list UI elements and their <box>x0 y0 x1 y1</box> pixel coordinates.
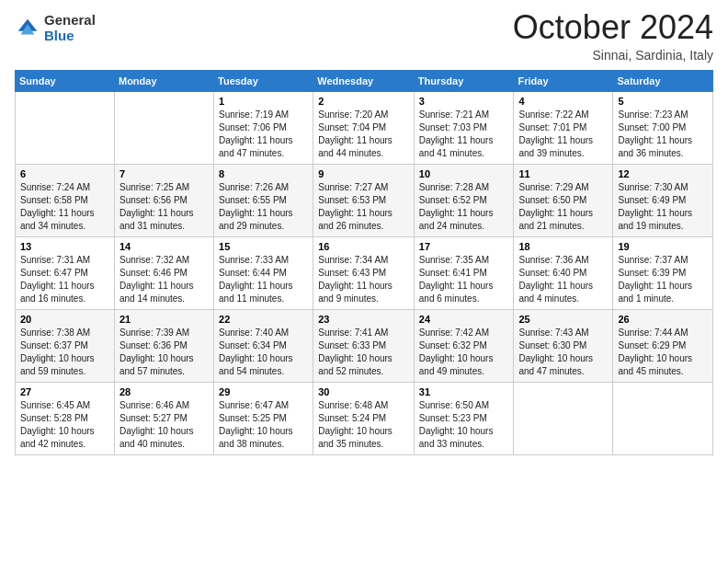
day-number: 5 <box>618 96 708 107</box>
calendar-cell: 25Sunrise: 7:43 AMSunset: 6:30 PMDayligh… <box>514 309 613 382</box>
day-info: Sunrise: 7:44 AMSunset: 6:29 PMDaylight:… <box>618 327 708 378</box>
calendar-cell: 7Sunrise: 7:25 AMSunset: 6:56 PMDaylight… <box>114 164 213 236</box>
calendar-cell: 28Sunrise: 6:46 AMSunset: 5:27 PMDayligh… <box>114 382 213 454</box>
day-number: 10 <box>419 168 509 179</box>
day-number: 2 <box>318 96 409 107</box>
day-number: 26 <box>618 314 708 325</box>
day-info: Sunrise: 7:21 AMSunset: 7:03 PMDaylight:… <box>419 109 509 160</box>
calendar-cell: 31Sunrise: 6:50 AMSunset: 5:23 PMDayligh… <box>414 382 514 454</box>
day-number: 22 <box>219 314 308 325</box>
day-info: Sunrise: 7:23 AMSunset: 7:00 PMDaylight:… <box>618 109 708 160</box>
day-number: 11 <box>518 168 608 179</box>
logo-text: General Blue <box>44 13 96 43</box>
calendar-week-2: 6Sunrise: 7:24 AMSunset: 6:58 PMDaylight… <box>16 164 713 236</box>
title-block: October 2024 Sinnai, Sardinia, Italy <box>513 9 713 63</box>
day-info: Sunrise: 7:38 AMSunset: 6:37 PMDaylight:… <box>20 327 109 378</box>
day-info: Sunrise: 7:32 AMSunset: 6:46 PMDaylight:… <box>119 254 209 305</box>
calendar-cell: 6Sunrise: 7:24 AMSunset: 6:58 PMDaylight… <box>16 164 115 236</box>
calendar-week-5: 27Sunrise: 6:45 AMSunset: 5:28 PMDayligh… <box>16 382 713 454</box>
calendar-cell: 8Sunrise: 7:26 AMSunset: 6:55 PMDaylight… <box>214 164 313 236</box>
day-info: Sunrise: 7:30 AMSunset: 6:49 PMDaylight:… <box>618 181 708 233</box>
calendar-week-3: 13Sunrise: 7:31 AMSunset: 6:47 PMDayligh… <box>16 236 713 309</box>
col-sunday: Sunday <box>16 70 115 91</box>
day-info: Sunrise: 7:29 AMSunset: 6:50 PMDaylight:… <box>518 181 608 233</box>
day-info: Sunrise: 6:46 AMSunset: 5:27 PMDaylight:… <box>119 399 209 451</box>
calendar-cell: 2Sunrise: 7:20 AMSunset: 7:04 PMDaylight… <box>313 91 415 164</box>
location-title: Sinnai, Sardinia, Italy <box>513 48 713 63</box>
calendar-cell: 12Sunrise: 7:30 AMSunset: 6:49 PMDayligh… <box>613 164 713 236</box>
calendar-cell: 30Sunrise: 6:48 AMSunset: 5:24 PMDayligh… <box>313 382 415 454</box>
day-info: Sunrise: 7:33 AMSunset: 6:44 PMDaylight:… <box>219 254 308 305</box>
day-info: Sunrise: 7:40 AMSunset: 6:34 PMDaylight:… <box>219 327 308 378</box>
day-info: Sunrise: 7:20 AMSunset: 7:04 PMDaylight:… <box>318 109 409 160</box>
calendar-cell: 20Sunrise: 7:38 AMSunset: 6:37 PMDayligh… <box>16 309 115 382</box>
day-number: 3 <box>419 96 509 107</box>
day-info: Sunrise: 7:41 AMSunset: 6:33 PMDaylight:… <box>318 327 409 378</box>
calendar-table: Sunday Monday Tuesday Wednesday Thursday… <box>15 70 713 455</box>
calendar-cell: 27Sunrise: 6:45 AMSunset: 5:28 PMDayligh… <box>16 382 115 454</box>
logo-blue: Blue <box>44 29 96 44</box>
day-number: 1 <box>219 96 308 107</box>
day-number: 29 <box>219 386 308 397</box>
day-info: Sunrise: 7:42 AMSunset: 6:32 PMDaylight:… <box>419 327 509 378</box>
calendar-cell <box>514 382 613 454</box>
calendar-cell: 3Sunrise: 7:21 AMSunset: 7:03 PMDaylight… <box>414 91 514 164</box>
logo: General Blue <box>15 13 96 43</box>
calendar-cell: 29Sunrise: 6:47 AMSunset: 5:25 PMDayligh… <box>214 382 313 454</box>
day-number: 27 <box>20 386 109 397</box>
day-info: Sunrise: 7:39 AMSunset: 6:36 PMDaylight:… <box>119 327 209 378</box>
calendar-cell: 5Sunrise: 7:23 AMSunset: 7:00 PMDaylight… <box>613 91 713 164</box>
col-thursday: Thursday <box>414 70 514 91</box>
day-info: Sunrise: 7:43 AMSunset: 6:30 PMDaylight:… <box>518 327 608 378</box>
calendar-cell <box>114 91 213 164</box>
calendar-cell: 24Sunrise: 7:42 AMSunset: 6:32 PMDayligh… <box>414 309 514 382</box>
day-number: 30 <box>318 386 409 397</box>
day-number: 18 <box>518 241 608 252</box>
col-wednesday: Wednesday <box>313 70 415 91</box>
day-info: Sunrise: 7:27 AMSunset: 6:53 PMDaylight:… <box>318 181 409 233</box>
day-number: 21 <box>119 314 209 325</box>
calendar-cell: 10Sunrise: 7:28 AMSunset: 6:52 PMDayligh… <box>414 164 514 236</box>
day-info: Sunrise: 7:35 AMSunset: 6:41 PMDaylight:… <box>419 254 509 305</box>
calendar-cell: 14Sunrise: 7:32 AMSunset: 6:46 PMDayligh… <box>114 236 213 309</box>
day-info: Sunrise: 7:36 AMSunset: 6:40 PMDaylight:… <box>518 254 608 305</box>
day-number: 25 <box>518 314 608 325</box>
page: General Blue October 2024 Sinnai, Sardin… <box>0 0 728 563</box>
calendar-cell: 17Sunrise: 7:35 AMSunset: 6:41 PMDayligh… <box>414 236 514 309</box>
day-info: Sunrise: 7:28 AMSunset: 6:52 PMDaylight:… <box>419 181 509 233</box>
day-number: 20 <box>20 314 109 325</box>
calendar-cell: 18Sunrise: 7:36 AMSunset: 6:40 PMDayligh… <box>514 236 613 309</box>
calendar-cell: 4Sunrise: 7:22 AMSunset: 7:01 PMDaylight… <box>514 91 613 164</box>
calendar-cell: 21Sunrise: 7:39 AMSunset: 6:36 PMDayligh… <box>114 309 213 382</box>
day-number: 13 <box>20 241 109 252</box>
header-row: Sunday Monday Tuesday Wednesday Thursday… <box>16 70 713 91</box>
day-number: 24 <box>419 314 509 325</box>
calendar-cell <box>16 91 115 164</box>
day-number: 17 <box>419 241 509 252</box>
day-number: 23 <box>318 314 409 325</box>
col-tuesday: Tuesday <box>214 70 313 91</box>
calendar-cell: 1Sunrise: 7:19 AMSunset: 7:06 PMDaylight… <box>214 91 313 164</box>
calendar-cell: 16Sunrise: 7:34 AMSunset: 6:43 PMDayligh… <box>313 236 415 309</box>
calendar-cell: 23Sunrise: 7:41 AMSunset: 6:33 PMDayligh… <box>313 309 415 382</box>
day-number: 12 <box>618 168 708 179</box>
day-info: Sunrise: 7:25 AMSunset: 6:56 PMDaylight:… <box>119 181 209 233</box>
calendar-cell: 26Sunrise: 7:44 AMSunset: 6:29 PMDayligh… <box>613 309 713 382</box>
day-number: 15 <box>219 241 308 252</box>
calendar-cell: 11Sunrise: 7:29 AMSunset: 6:50 PMDayligh… <box>514 164 613 236</box>
day-info: Sunrise: 7:37 AMSunset: 6:39 PMDaylight:… <box>618 254 708 305</box>
calendar-cell: 19Sunrise: 7:37 AMSunset: 6:39 PMDayligh… <box>613 236 713 309</box>
day-info: Sunrise: 7:31 AMSunset: 6:47 PMDaylight:… <box>20 254 109 305</box>
day-info: Sunrise: 7:24 AMSunset: 6:58 PMDaylight:… <box>20 181 109 233</box>
col-friday: Friday <box>514 70 613 91</box>
calendar-week-4: 20Sunrise: 7:38 AMSunset: 6:37 PMDayligh… <box>16 309 713 382</box>
logo-icon <box>15 16 40 41</box>
day-info: Sunrise: 6:48 AMSunset: 5:24 PMDaylight:… <box>318 399 409 451</box>
calendar-cell: 15Sunrise: 7:33 AMSunset: 6:44 PMDayligh… <box>214 236 313 309</box>
day-number: 14 <box>119 241 209 252</box>
calendar-week-1: 1Sunrise: 7:19 AMSunset: 7:06 PMDaylight… <box>16 91 713 164</box>
day-info: Sunrise: 7:26 AMSunset: 6:55 PMDaylight:… <box>219 181 308 233</box>
day-number: 7 <box>119 168 209 179</box>
calendar-cell: 9Sunrise: 7:27 AMSunset: 6:53 PMDaylight… <box>313 164 415 236</box>
calendar-cell <box>613 382 713 454</box>
